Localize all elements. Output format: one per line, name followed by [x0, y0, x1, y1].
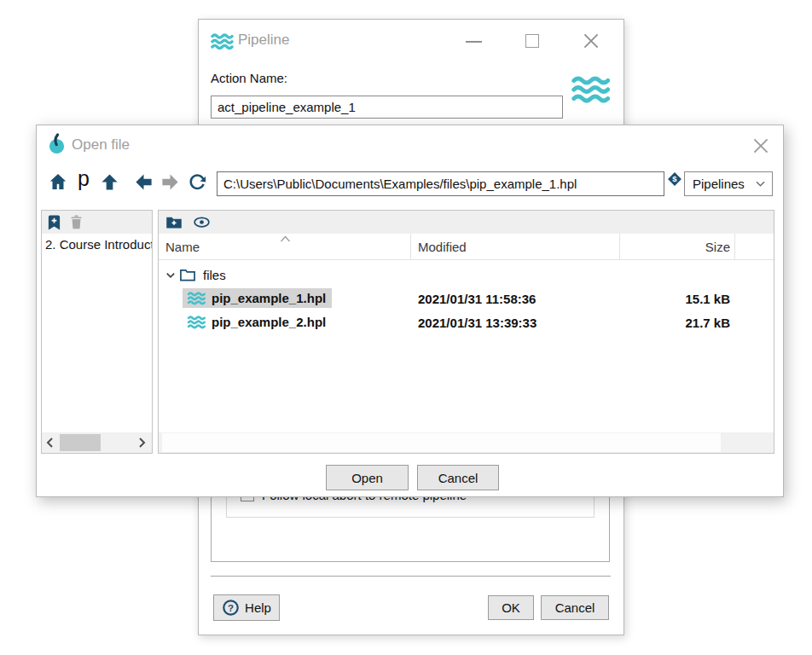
file-name-cell[interactable]: pip_example_2.hpl [183, 312, 332, 332]
svg-text:?: ? [228, 603, 234, 613]
scroll-left-icon[interactable] [42, 432, 57, 453]
table-row-folder[interactable]: files [159, 264, 774, 288]
close-icon[interactable] [582, 32, 600, 50]
help-icon: ? [222, 599, 240, 617]
scroll-right-icon[interactable] [135, 432, 150, 453]
footer-separator [211, 576, 611, 577]
file-name: pip_example_1.hpl [212, 291, 326, 305]
pipeline-cancel-button[interactable]: Cancel [541, 595, 609, 620]
file-size-cell: 15.1 kB [619, 292, 730, 306]
column-header-modified[interactable]: Modified [418, 240, 467, 254]
column-divider[interactable] [410, 234, 411, 259]
bookmark-item[interactable]: 2. Course Introduction [45, 237, 152, 252]
column-header-size[interactable]: Size [619, 240, 730, 254]
svg-text:$: $ [672, 174, 677, 183]
forward-icon[interactable] [160, 171, 180, 192]
up-level-icon[interactable] [99, 171, 119, 192]
variable-icon[interactable]: $ [667, 171, 682, 187]
help-button-label: Help [245, 600, 271, 615]
table-row-file[interactable]: pip_example_1.hpl 2021/01/31 11:58:36 15… [159, 288, 774, 312]
delete-bookmark-icon[interactable] [69, 214, 84, 230]
chevron-down-icon[interactable] [165, 270, 177, 281]
open-dialog-close-icon[interactable] [751, 136, 770, 155]
sort-ascending-icon [279, 235, 292, 243]
table-row-file[interactable]: pip_example_2.hpl 2021/01/31 13:39:33 21… [159, 312, 774, 336]
minimize-icon[interactable] [466, 41, 482, 43]
pipeline-dialog-title: Pipeline [238, 32, 290, 49]
pipeline-file-icon [187, 316, 206, 329]
screen: Pipeline Action Name: Follow local abort… [0, 0, 812, 655]
file-size-cell: 21.7 kB [619, 316, 730, 330]
table-header: Name Modified Size [159, 234, 774, 260]
scrollbar-thumb[interactable] [60, 434, 101, 451]
file-browser-toolbar [159, 211, 774, 234]
file-name-cell[interactable]: pip_example_1.hpl [183, 288, 332, 308]
ok-button[interactable]: OK [488, 595, 534, 620]
action-name-input[interactable] [211, 96, 563, 119]
action-name-label: Action Name: [211, 71, 287, 85]
file-browser-panel: Name Modified Size [158, 210, 774, 454]
file-type-dropdown[interactable]: Pipelines [684, 171, 773, 196]
maximize-icon[interactable] [525, 34, 539, 48]
open-dialog-cancel-button[interactable]: Cancel [417, 465, 499, 490]
bookmarks-panel: 2. Course Introduction [41, 210, 153, 454]
pipeline-wave-icon [210, 33, 234, 50]
show-hidden-eye-icon[interactable] [193, 216, 211, 229]
file-table-hscrollbar[interactable] [159, 432, 774, 453]
scrollbar-thumb[interactable] [162, 433, 721, 452]
folder-icon [179, 267, 196, 282]
help-button[interactable]: ? Help [213, 594, 280, 621]
project-home-icon[interactable]: p [73, 168, 94, 188]
pipeline-file-icon [187, 292, 206, 305]
file-type-value: Pipelines [693, 177, 745, 191]
refresh-icon[interactable] [187, 171, 207, 192]
file-path-input[interactable] [217, 171, 664, 196]
file-modified-cell: 2021/01/31 13:39:33 [418, 316, 536, 330]
hop-logo-icon [48, 133, 66, 155]
open-file-dialog-title: Open file [72, 136, 130, 154]
file-modified-cell: 2021/01/31 11:58:36 [418, 292, 536, 306]
home-icon[interactable] [48, 171, 68, 192]
bookmarks-toolbar [42, 211, 152, 234]
column-header-name[interactable]: Name [165, 240, 200, 254]
column-divider[interactable] [734, 234, 735, 259]
new-folder-icon[interactable] [165, 215, 183, 229]
file-name: pip_example_2.hpl [212, 315, 326, 329]
open-file-dialog: Open file p $ [36, 125, 784, 497]
bookmarks-hscrollbar[interactable] [42, 432, 152, 453]
add-bookmark-icon[interactable] [47, 214, 61, 231]
chevron-down-icon [755, 180, 766, 188]
pipeline-logo-icon [571, 71, 610, 108]
back-icon[interactable] [133, 171, 154, 192]
open-button[interactable]: Open [326, 465, 409, 490]
folder-name: files [203, 268, 226, 282]
